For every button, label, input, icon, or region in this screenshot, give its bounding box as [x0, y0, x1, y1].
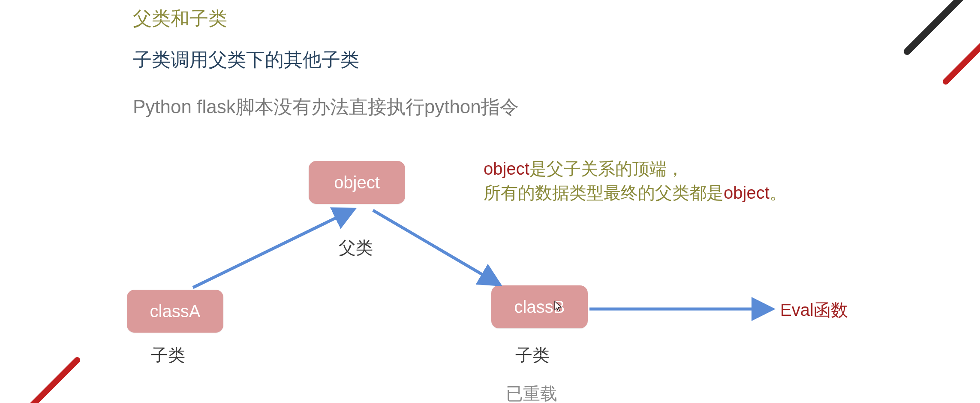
- desc-object-keyword-1: object: [484, 159, 529, 178]
- label-child-a: 子类: [151, 343, 185, 367]
- decorative-stroke-top-red: [937, 30, 980, 90]
- node-classB: classB: [491, 285, 588, 328]
- node-classA: classA: [127, 290, 223, 333]
- arrow-object-to-classB: [373, 210, 497, 283]
- label-eval-function: Eval函数: [780, 298, 848, 322]
- label-child-b: 子类: [515, 343, 550, 367]
- heading-flask-note: Python flask脚本没有办法直接执行python指令: [133, 94, 519, 120]
- object-description: object是父子关系的顶端， 所有的数据类型最终的父类都是object。: [484, 157, 787, 205]
- desc-line1-rest: 是父子关系的顶端，: [529, 159, 684, 178]
- desc-line2-pre: 所有的数据类型最终的父类都是: [484, 183, 724, 202]
- heading-parent-child: 父类和子类: [133, 6, 227, 31]
- label-overloaded: 已重载: [506, 382, 557, 403]
- svg-line-2: [26, 360, 77, 403]
- arrow-classA-to-object: [193, 210, 352, 288]
- desc-line2-post: 。: [770, 183, 787, 202]
- heading-subclass-call: 子类调用父类下的其他子类: [133, 47, 359, 73]
- decorative-stroke-bottom-red: [17, 351, 86, 403]
- node-object: object: [309, 161, 405, 204]
- label-parent: 父类: [339, 236, 373, 260]
- svg-line-1: [946, 39, 980, 82]
- desc-object-keyword-2: object: [724, 183, 770, 202]
